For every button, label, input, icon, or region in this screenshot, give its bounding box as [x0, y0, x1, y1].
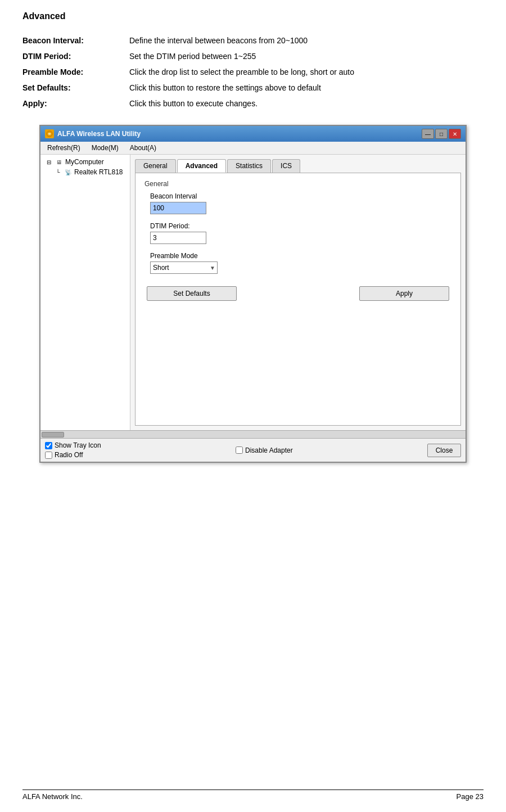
disable-adapter-row: Disable Adapter [236, 446, 293, 454]
beacon-interval-input[interactable] [150, 202, 206, 214]
show-tray-icon-label: Show Tray Icon [55, 441, 101, 449]
menu-bar: Refresh(R) Mode(M) About(A) [40, 142, 466, 155]
desc-term-1: DTIM Period: [22, 48, 124, 64]
sidebar-mycomputer-label: MyComputer [65, 158, 104, 166]
section-general-label: General [144, 180, 451, 188]
app-window: ALFA Wireless LAN Utility — □ ✕ Refresh(… [39, 125, 467, 463]
disable-adapter-label: Disable Adapter [245, 446, 293, 454]
description-table: Beacon Interval:Define the interval betw… [22, 33, 484, 111]
desc-term-0: Beacon Interval: [22, 33, 124, 48]
preamble-mode-select[interactable]: Long Short Auto [150, 261, 218, 274]
show-tray-icon-row: Show Tray Icon [45, 441, 101, 449]
scrollbar-area [40, 430, 466, 438]
close-button[interactable]: Close [427, 444, 461, 457]
radio-off-row: Radio Off [45, 451, 101, 459]
beacon-interval-group: Beacon Interval [144, 192, 451, 214]
menu-about[interactable]: About(A) [128, 143, 159, 153]
tab-content-advanced: General Beacon Interval DTIM Period: Pre… [135, 173, 461, 426]
desc-term-3: Set Defaults: [22, 80, 124, 96]
desc-def-4: Click this button to execute changes. [124, 96, 484, 111]
disable-adapter-checkbox[interactable] [236, 446, 243, 454]
main-panel: General Advanced Statistics ICS General … [130, 155, 466, 430]
app-body: ⊟ 🖥 MyComputer └ 📡 Realtek RTL818 Genera… [40, 155, 466, 430]
footer-page: Page 23 [457, 792, 484, 801]
set-defaults-button[interactable]: Set Defaults [147, 286, 237, 301]
app-title: ALFA Wireless LAN Utility [57, 130, 141, 138]
desc-def-2: Click the drop list to select the preamb… [124, 64, 484, 80]
leaf-icon: └ [54, 168, 62, 176]
title-bar-buttons: — □ ✕ [422, 129, 461, 139]
menu-mode[interactable]: Mode(M) [89, 143, 121, 153]
scrollbar-thumb[interactable] [42, 432, 64, 437]
tab-statistics[interactable]: Statistics [227, 159, 271, 173]
page-footer: ALFA Network Inc. Page 23 [22, 790, 484, 801]
menu-refresh[interactable]: Refresh(R) [45, 143, 83, 153]
dtim-period-input[interactable] [150, 232, 206, 244]
radio-off-checkbox[interactable] [45, 452, 52, 459]
radio-off-label: Radio Off [55, 451, 83, 459]
minimize-button[interactable]: — [422, 129, 434, 139]
computer-icon: 🖥 [55, 158, 63, 166]
preamble-select-wrapper: Long Short Auto ▼ [150, 261, 218, 274]
sidebar-item-adapter[interactable]: └ 📡 Realtek RTL818 [43, 167, 128, 177]
apply-button[interactable]: Apply [359, 286, 449, 301]
show-tray-icon-checkbox[interactable] [45, 442, 52, 449]
page-title: Advanced [22, 11, 484, 21]
tab-general[interactable]: General [135, 159, 176, 173]
desc-term-4: Apply: [22, 96, 124, 111]
app-icon [45, 129, 54, 138]
maximize-button[interactable]: □ [435, 129, 448, 139]
desc-def-1: Set the DTIM period between 1~255 [124, 48, 484, 64]
preamble-mode-label: Preamble Mode [150, 252, 451, 260]
beacon-interval-label: Beacon Interval [150, 192, 451, 200]
tab-bar: General Advanced Statistics ICS [135, 159, 461, 173]
desc-def-3: Click this button to restore the setting… [124, 80, 484, 96]
sidebar-item-mycomputer[interactable]: ⊟ 🖥 MyComputer [43, 157, 128, 167]
footer-company: ALFA Network Inc. [22, 792, 83, 801]
desc-def-0: Define the interval between beacons from… [124, 33, 484, 48]
bottom-buttons: Set Defaults Apply [144, 282, 451, 305]
window-close-button[interactable]: ✕ [449, 129, 461, 139]
bottom-bar-left: Show Tray Icon Radio Off [45, 441, 101, 459]
dtim-period-group: DTIM Period: [144, 222, 451, 244]
title-bar-left: ALFA Wireless LAN Utility [45, 129, 141, 138]
sidebar-adapter-label: Realtek RTL818 [74, 168, 123, 176]
tab-ics[interactable]: ICS [272, 159, 300, 173]
wifi-icon: 📡 [64, 168, 72, 176]
bottom-bar: Show Tray Icon Radio Off Disable Adapter… [40, 438, 466, 462]
tab-advanced[interactable]: Advanced [177, 159, 226, 173]
desc-term-2: Preamble Mode: [22, 64, 124, 80]
sidebar: ⊟ 🖥 MyComputer └ 📡 Realtek RTL818 [40, 155, 130, 430]
title-bar: ALFA Wireless LAN Utility — □ ✕ [40, 126, 466, 142]
expand-icon: ⊟ [45, 158, 53, 166]
dtim-period-label: DTIM Period: [150, 222, 451, 230]
preamble-mode-group: Preamble Mode Long Short Auto ▼ [144, 252, 451, 274]
